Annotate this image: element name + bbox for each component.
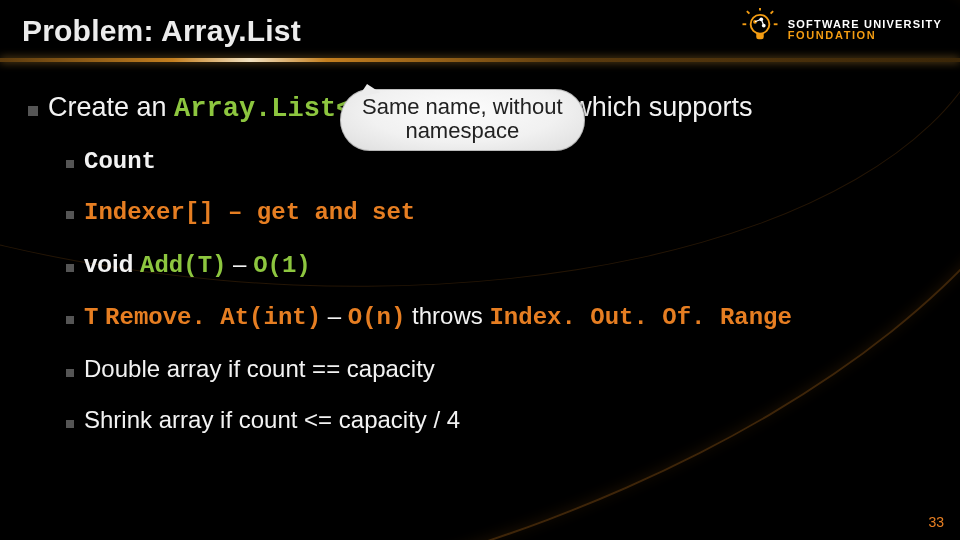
page-number: 33 [928,514,944,530]
bullet-icon [66,160,74,168]
double-text: Double array if count == capacity [84,355,435,384]
item-shrink: Shrink array if count <= capacity / 4 [66,406,932,435]
add-signature: Add(T) [140,252,226,279]
bullet-icon [66,369,74,377]
item-remove: T Remove. At(int) – O(n) throws Index. O… [66,302,932,333]
remove-exception: Index. Out. Of. Range [489,304,791,331]
bullet-icon [28,106,38,116]
bubble-line1: Same name, without [362,95,563,119]
remove-signature: Remove. At(int) [105,304,321,331]
item-add: void Add(T) – O(1) [66,250,932,281]
callout-bubble: Same name, without namespace [340,89,585,151]
svg-point-0 [750,15,769,34]
add-dash: – [226,250,253,277]
bubble-line2: namespace [362,119,563,143]
remove-dash: – [321,302,348,329]
logo: SOFTWARE UNIVERSITY FOUNDATION [740,8,942,52]
item-indexer: Indexer[] – get and set [66,199,932,228]
svg-line-5 [770,11,773,14]
bullet-icon [66,420,74,428]
bullet-icon [66,264,74,272]
remove-bigo: O(n) [348,304,406,331]
bullet-icon [66,316,74,324]
remove-t: T [84,304,98,331]
remove-throws: throws [405,302,489,329]
slide-content: Create an Array.List<T> data structure, … [0,52,960,435]
bullet-icon [66,211,74,219]
item-double: Double array if count == capacity [66,355,932,384]
shrink-text: Shrink array if count <= capacity / 4 [84,406,460,435]
main-text-prefix: Create an [48,92,174,122]
logo-text-line2: FOUNDATION [788,30,942,41]
count-label: Count [84,148,156,175]
add-bigo: O(1) [253,252,311,279]
svg-line-4 [747,11,750,14]
indexer-text: Indexer[] – get and set [84,199,415,226]
title-bar: Problem: Array.List SOFTWARE UNIVERSITY … [0,0,960,52]
lightbulb-icon [740,8,780,52]
add-void: void [84,250,133,277]
